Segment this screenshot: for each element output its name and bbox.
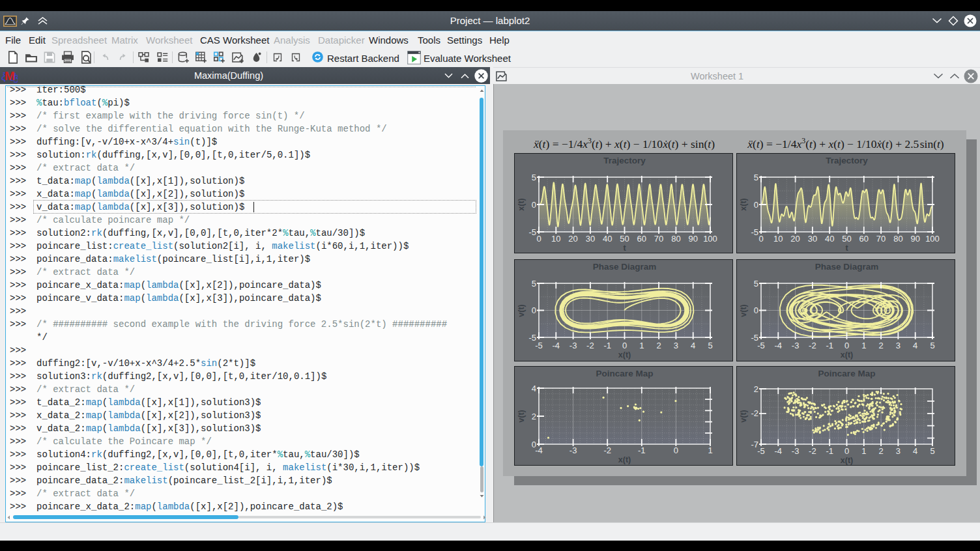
svg-text:90: 90 <box>688 234 697 244</box>
svg-text:2: 2 <box>656 341 661 350</box>
svg-text:5: 5 <box>754 279 758 289</box>
svg-text:x(t): x(t) <box>739 198 748 210</box>
svg-text:x(t): x(t) <box>517 198 526 210</box>
svg-text:60: 60 <box>637 234 646 244</box>
svg-text:-5: -5 <box>751 333 758 343</box>
svg-text:30: 30 <box>808 234 817 244</box>
svg-text:t: t <box>623 244 626 253</box>
svg-text:-2: -2 <box>603 445 611 455</box>
svg-text:-2: -2 <box>809 341 816 350</box>
svg-text:-5: -5 <box>528 333 536 343</box>
svg-text:2: 2 <box>878 446 883 456</box>
svg-text:-1: -1 <box>826 341 833 350</box>
svg-text:2: 2 <box>878 341 883 350</box>
svg-text:5: 5 <box>532 173 536 182</box>
svg-text:10: 10 <box>773 234 783 244</box>
svg-text:1: 1 <box>861 341 866 350</box>
svg-text:100: 100 <box>703 234 717 244</box>
svg-text:3: 3 <box>674 341 678 350</box>
svg-text:v(t): v(t) <box>739 304 748 317</box>
svg-text:-4: -4 <box>775 341 783 350</box>
svg-text:-3: -3 <box>792 446 800 456</box>
svg-text:-2: -2 <box>751 408 758 418</box>
svg-text:x(t): x(t) <box>618 350 631 360</box>
svg-text:20: 20 <box>568 234 577 244</box>
svg-text:5: 5 <box>930 341 934 350</box>
svg-text:-1: -1 <box>603 341 611 350</box>
svg-text:0: 0 <box>844 446 849 456</box>
svg-text:-7: -7 <box>751 440 758 449</box>
svg-text:-4: -4 <box>775 446 783 456</box>
svg-text:4: 4 <box>691 341 695 350</box>
svg-text:-3: -3 <box>792 341 800 350</box>
svg-text:-1: -1 <box>826 446 833 456</box>
svg-text:-2: -2 <box>586 341 594 350</box>
svg-text:4: 4 <box>532 384 536 393</box>
svg-text:4: 4 <box>913 446 917 456</box>
svg-text:70: 70 <box>876 234 886 244</box>
svg-text:x(t): x(t) <box>841 350 853 360</box>
svg-text:t: t <box>845 244 848 253</box>
svg-text:0: 0 <box>532 200 536 210</box>
svg-text:x(t): x(t) <box>618 455 631 464</box>
svg-text:5: 5 <box>532 279 536 289</box>
svg-text:-5: -5 <box>528 227 536 237</box>
svg-text:70: 70 <box>654 234 663 244</box>
svg-text:5: 5 <box>708 341 712 350</box>
svg-text:Trajectory: Trajectory <box>826 156 868 165</box>
svg-text:5: 5 <box>930 446 934 456</box>
svg-text:50: 50 <box>620 234 629 244</box>
svg-text:-5: -5 <box>751 227 758 237</box>
svg-text:2: 2 <box>754 384 758 394</box>
svg-text:0: 0 <box>532 440 536 449</box>
svg-text:5: 5 <box>754 173 758 182</box>
svg-text:v(t): v(t) <box>517 410 526 422</box>
svg-text:x(t): x(t) <box>841 456 853 465</box>
svg-text:2: 2 <box>532 412 536 421</box>
svg-text:v(t): v(t) <box>517 304 526 317</box>
svg-text:Phase Diagram: Phase Diagram <box>593 262 657 272</box>
svg-text:-2: -2 <box>809 446 816 456</box>
svg-text:80: 80 <box>671 234 680 244</box>
svg-text:-1: -1 <box>638 445 646 455</box>
svg-text:0: 0 <box>532 305 536 315</box>
svg-text:Poincare Map: Poincare Map <box>596 369 654 378</box>
svg-text:0: 0 <box>754 305 758 315</box>
svg-text:30: 30 <box>586 234 595 244</box>
svg-text:-4: -4 <box>553 341 560 350</box>
svg-text:20: 20 <box>790 234 800 244</box>
svg-text:40: 40 <box>825 234 834 244</box>
svg-text:0: 0 <box>844 341 849 350</box>
svg-text:0: 0 <box>754 200 758 210</box>
svg-text:1: 1 <box>708 445 712 455</box>
svg-text:3: 3 <box>896 446 901 456</box>
svg-text:v(t): v(t) <box>739 410 748 422</box>
svg-text:10: 10 <box>551 234 560 244</box>
svg-text:0: 0 <box>622 341 627 350</box>
svg-text:90: 90 <box>910 234 919 244</box>
svg-text:Trajectory: Trajectory <box>603 156 646 165</box>
svg-text:-3: -3 <box>569 341 577 350</box>
svg-text:Poincare Map: Poincare Map <box>818 369 876 378</box>
svg-text:1: 1 <box>861 446 866 456</box>
svg-text:Phase Diagram: Phase Diagram <box>815 262 879 272</box>
svg-text:-3: -3 <box>569 445 577 455</box>
svg-text:0: 0 <box>674 445 678 455</box>
svg-text:1: 1 <box>639 341 644 350</box>
svg-text:100: 100 <box>925 234 940 244</box>
svg-text:80: 80 <box>893 234 902 244</box>
svg-text:3: 3 <box>896 341 901 350</box>
svg-text:40: 40 <box>603 234 612 244</box>
svg-text:60: 60 <box>859 234 869 244</box>
svg-text:0: 0 <box>536 234 541 244</box>
svg-text:4: 4 <box>913 341 917 350</box>
svg-text:0: 0 <box>758 234 763 244</box>
svg-text:50: 50 <box>842 234 851 244</box>
